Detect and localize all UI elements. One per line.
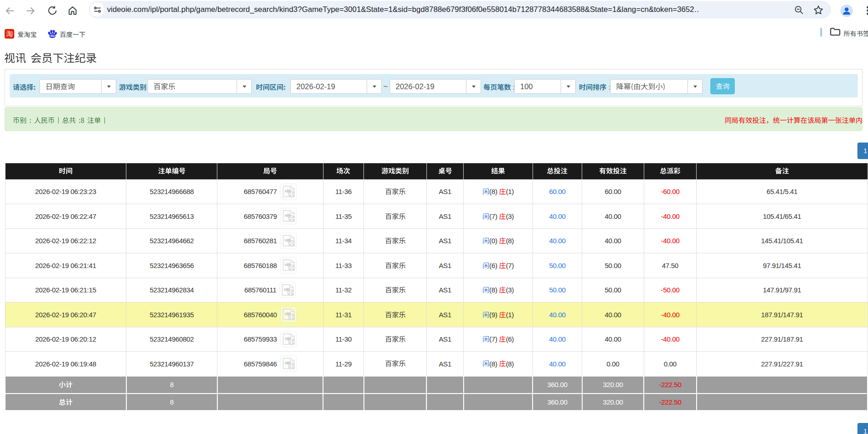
svg-text:du: du [51, 34, 55, 38]
